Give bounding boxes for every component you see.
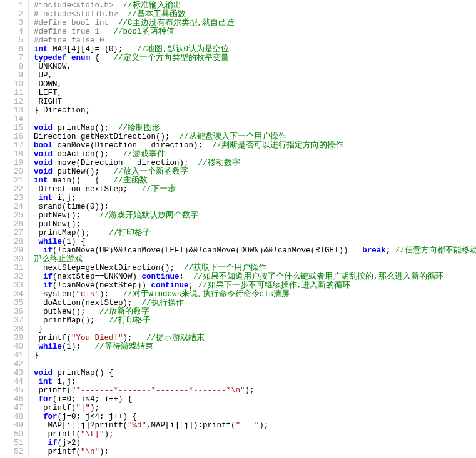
token-kw: if: [48, 439, 58, 447]
token-fn: time: [67, 202, 86, 211]
token-kw: if: [43, 281, 53, 290]
code-line[interactable]: DOWN,: [34, 80, 476, 89]
token-st: "You Died!": [71, 334, 123, 342]
code-line[interactable]: srand(time(0));: [34, 202, 476, 211]
token-id: UP,: [34, 71, 53, 80]
code-line[interactable]: printMap(); //打印格子: [34, 229, 476, 237]
line-number: 36: [6, 307, 23, 316]
code-line[interactable]: putNew(); //游戏开始默认放两个数字: [34, 211, 476, 220]
code-line[interactable]: for(j=0; j<4; j++) {: [34, 412, 476, 421]
token-id: }: [34, 351, 39, 360]
code-line[interactable]: while(1); //等待游戏结束: [34, 342, 476, 351]
token-id: [34, 430, 48, 439]
code-line[interactable]: while(1) {: [34, 237, 476, 246]
code-line[interactable]: doAction(nextStep); //执行操作: [34, 299, 476, 307]
token-kw: int: [39, 377, 53, 386]
line-number: 47: [6, 404, 23, 412]
token-id: nextStep=getNextDirection();: [34, 264, 184, 272]
code-line[interactable]: Direction nextStep; //下一步: [34, 185, 476, 194]
token-fn: printf: [39, 386, 67, 395]
code-line[interactable]: int main() { //主函数: [34, 176, 476, 185]
line-number: 33: [6, 281, 23, 290]
code-line[interactable]: MAP[i][j]?printf("%d",MAP[i][j]):printf(…: [34, 421, 476, 430]
code-line[interactable]: UP,: [34, 71, 476, 80]
code-line[interactable]: system("cls"); //对于Windows来说,执行命令行命令cls清…: [34, 290, 476, 299]
token-st: "cls": [76, 290, 100, 299]
code-line[interactable]: bool canMove(Direction direction); //判断是…: [34, 141, 476, 150]
code-line[interactable]: putNew(); //放新的数字: [34, 307, 476, 316]
code-line[interactable]: void printMap(); //绘制图形: [34, 124, 476, 132]
code-line[interactable]: }: [34, 325, 476, 334]
code-line[interactable]: printf("You Died!"); //提示游戏结束: [34, 334, 476, 342]
token-id: (j>2): [58, 439, 81, 447]
code-line[interactable]: printMap(); //打印格子: [34, 316, 476, 325]
line-number: 27: [6, 229, 23, 237]
token-id: RIGHT: [34, 97, 62, 106]
token-id: [34, 342, 39, 351]
code-line[interactable]: void move(Direction direction); //移动数字: [34, 159, 476, 167]
token-id: );: [90, 404, 99, 412]
line-number: 30: [6, 255, 23, 264]
code-line[interactable]: Direction getNextDirection(); //从键盘读入下一个…: [34, 132, 476, 141]
token-id: putNew();: [53, 167, 114, 176]
line-number: 42: [6, 360, 23, 369]
token-id: move(Direction direction);: [53, 159, 198, 167]
code-line[interactable]: typedef enum { //定义一个方向类型的枚举变量: [34, 54, 476, 62]
code-line[interactable]: void doAction(); //游戏事件: [34, 150, 476, 159]
code-editor-content[interactable]: #include<stdio.h> //标准输入输出#include<stdli…: [29, 0, 476, 457]
code-line[interactable]: #define false 0: [34, 36, 476, 45]
code-line[interactable]: #define true 1 //bool的两种值: [34, 27, 476, 36]
code-line[interactable]: printf("\n");: [34, 447, 476, 456]
token-id: printMap();: [34, 316, 109, 325]
code-line[interactable]: if(!canMove(nextStep)) continue; //如果下一步…: [34, 281, 476, 290]
code-line[interactable]: for(i=0; i<4; i++) {: [34, 395, 476, 404]
token-id: doAction(nextStep);: [34, 299, 142, 307]
code-line[interactable]: #include<stdio.h> //标准输入输出: [34, 1, 476, 10]
code-line[interactable]: if(nextStep==UNKNOW) continue; //如果不知道用户…: [34, 272, 476, 281]
code-line[interactable]: putNew();: [34, 220, 476, 229]
token-id: doAction();: [53, 150, 123, 159]
token-id: printMap();: [53, 124, 118, 132]
code-line[interactable]: if(!canMove(UP)&&!canMove(LEFT)&&!canMov…: [34, 246, 476, 255]
token-cm: //游戏事件: [123, 150, 165, 159]
token-pp: #define bool int: [34, 19, 118, 27]
code-line[interactable]: #include<stdlib.h> //基本工具函数: [34, 10, 476, 19]
code-line[interactable]: int i,j;: [34, 194, 476, 202]
token-kw: while: [39, 342, 63, 351]
token-kw: if: [43, 272, 53, 281]
code-line[interactable]: LEFT,: [34, 89, 476, 97]
token-st: "|": [76, 404, 91, 412]
code-line[interactable]: void putNew(); //放入一个新的数字: [34, 167, 476, 176]
code-line[interactable]: #define bool int //C里边没有布尔类型,就自己造: [34, 19, 476, 27]
token-st: "\t|": [81, 430, 104, 439]
code-line[interactable]: printf("|");: [34, 404, 476, 412]
code-line[interactable]: if(j>2): [34, 439, 476, 447]
code-line[interactable]: [34, 115, 476, 124]
code-line[interactable]: int i,j;: [34, 377, 476, 386]
code-line[interactable]: void printMap() {: [34, 369, 476, 377]
code-line[interactable]: }: [34, 351, 476, 360]
line-number: 7: [6, 54, 23, 62]
code-line[interactable]: nextStep=getNextDirection(); //获取下一个用户操作: [34, 264, 476, 272]
token-kw: continue: [142, 272, 180, 281]
code-line[interactable]: int MAP[4][4]= {0}; //地图,默认0认为是空位: [34, 45, 476, 54]
token-id: );: [99, 290, 123, 299]
token-id: ;: [189, 281, 198, 290]
token-id: main() {: [48, 176, 114, 185]
code-line[interactable]: UNKNOW,: [34, 62, 476, 71]
token-kw: int: [39, 194, 53, 202]
token-kw: break: [362, 246, 386, 255]
token-id: [34, 412, 43, 421]
code-line[interactable]: [34, 360, 476, 369]
code-line[interactable]: } Direction;: [34, 106, 476, 115]
token-id: [34, 447, 48, 456]
token-id: [34, 202, 39, 211]
code-line[interactable]: printf("*-------*-------*-------*-------…: [34, 386, 476, 395]
token-id: (: [123, 421, 128, 430]
line-number: 41: [6, 351, 23, 360]
code-line[interactable]: RIGHT: [34, 97, 476, 106]
code-line[interactable]: 那么终止游戏: [34, 255, 476, 264]
token-cm: //C里边没有布尔类型,就自己造: [118, 19, 235, 27]
token-id: i,j;: [53, 194, 76, 202]
code-line[interactable]: printf("\t|");: [34, 430, 476, 439]
